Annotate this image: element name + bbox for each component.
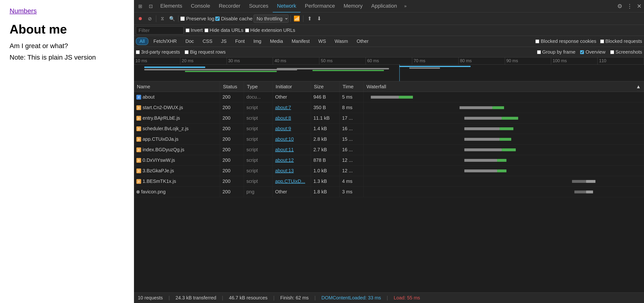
third-party-label[interactable]: 3rd-party requests <box>136 49 180 55</box>
type-btn-font[interactable]: Font <box>232 38 248 45</box>
screenshots-checkbox[interactable] <box>610 50 614 54</box>
clear-button[interactable]: ⊘ <box>146 14 154 23</box>
type-btn-wasm[interactable]: Wasm <box>331 38 352 45</box>
table-row[interactable]: js 1.BESmTK1x.js 200 script app.CTUixD..… <box>134 176 644 187</box>
type-btn-doc[interactable]: Doc <box>182 38 198 45</box>
hide-extension-urls-label[interactable]: Hide extension URLs <box>245 28 295 33</box>
td-initiator: about:13 <box>273 166 311 176</box>
th-status[interactable]: Status <box>220 81 244 92</box>
tab-performance[interactable]: Performance <box>300 0 339 13</box>
th-waterfall[interactable]: Waterfall ▲ <box>364 81 644 92</box>
page-paragraph2: Note: This is plain JS version <box>10 54 124 61</box>
invert-checkbox-label[interactable]: Invert <box>186 28 203 33</box>
table-row[interactable]: js 3.BzGkaPJe.js 200 script about:13 1.0… <box>134 166 644 176</box>
blocked-response-cookies-checkbox[interactable] <box>536 40 539 43</box>
blocked-requests-checkbox[interactable] <box>600 40 604 43</box>
initiator-link[interactable]: about:13 <box>275 168 294 174</box>
initiator-link[interactable]: about:12 <box>275 157 294 163</box>
disable-cache-label[interactable]: Disable cache <box>215 16 252 22</box>
initiator-link[interactable]: about:8 <box>275 115 291 121</box>
table-row[interactable]: js scheduler.BvLojk_z.js 200 script abou… <box>134 124 644 134</box>
type-btn-ws[interactable]: WS <box>315 38 330 45</box>
tick-100ms: 100 ms <box>551 58 598 64</box>
big-request-rows-label[interactable]: Big request rows <box>185 49 226 55</box>
type-btn-other[interactable]: Other <box>353 38 372 45</box>
table-row[interactable]: js entry.BAjrRLbE.js 200 script about:8 … <box>134 113 644 124</box>
initiator-link[interactable]: about:10 <box>275 136 294 142</box>
big-request-rows-checkbox[interactable] <box>185 50 188 54</box>
td-name: js scheduler.BvLojk_z.js <box>134 124 220 134</box>
group-by-frame-label[interactable]: Group by frame <box>537 49 576 55</box>
screenshots-label[interactable]: Screenshots <box>610 49 642 55</box>
td-status: 200 <box>220 134 244 144</box>
table-row[interactable]: d about 200 docu... Other 946 B 5 ms <box>134 92 644 102</box>
initiator-link[interactable]: about:9 <box>275 126 291 131</box>
type-btn-fetchxhr[interactable]: Fetch/XHR <box>150 38 180 45</box>
export-icon[interactable]: ⬆ <box>305 14 314 23</box>
blocked-requests-label[interactable]: Blocked requests <box>600 39 642 44</box>
file-icon-js: js <box>136 137 141 142</box>
group-by-frame-checkbox[interactable] <box>537 50 541 54</box>
disable-cache-checkbox[interactable] <box>215 17 220 21</box>
td-type: docu... <box>244 92 273 102</box>
filter-button[interactable]: ⧖ <box>158 14 167 23</box>
overview-label[interactable]: Overview <box>580 49 605 55</box>
more-options-icon[interactable]: ⋮ <box>625 2 634 11</box>
th-size[interactable]: Size <box>311 81 340 92</box>
import-icon[interactable]: ⬇ <box>315 14 324 23</box>
close-devtools-icon[interactable]: ✕ <box>636 2 643 11</box>
type-btn-all[interactable]: All <box>136 38 148 45</box>
invert-checkbox[interactable] <box>186 29 190 32</box>
record-button[interactable]: ⏺ <box>136 14 144 23</box>
site-link[interactable]: Numbers <box>10 7 37 15</box>
throttle-select[interactable]: No throttling <box>254 15 288 23</box>
type-btn-manifest[interactable]: Manifest <box>288 38 314 45</box>
preserve-log-checkbox[interactable] <box>180 17 185 21</box>
tab-console[interactable]: Console <box>186 0 214 13</box>
initiator-link[interactable]: app.CTUixD... <box>275 179 305 184</box>
td-status: 200 <box>220 145 244 155</box>
tab-sources[interactable]: Sources <box>245 0 273 13</box>
status-requests: 10 requests <box>138 295 163 300</box>
hide-data-urls-checkbox[interactable] <box>204 29 208 32</box>
initiator-link[interactable]: about:7 <box>275 105 291 110</box>
tab-recorder[interactable]: Recorder <box>214 0 244 13</box>
more-tabs-button[interactable]: » <box>401 4 409 9</box>
tab-memory[interactable]: Memory <box>339 0 367 13</box>
type-btn-js[interactable]: JS <box>218 38 230 45</box>
table-row[interactable]: js start.Cn2-DWUX.js 200 script about:7 … <box>134 102 644 113</box>
table-row[interactable]: js index.BGDyuzQg.js 200 script about:11… <box>134 145 644 155</box>
hide-data-urls-label[interactable]: Hide data URLs <box>204 28 243 33</box>
type-btn-css[interactable]: CSS <box>199 38 216 45</box>
requests-table[interactable]: d about 200 docu... Other 946 B 5 ms js … <box>134 92 644 292</box>
third-party-checkbox[interactable] <box>136 50 140 54</box>
table-row[interactable]: favicon.png 200 png Other 1.8 kB 3 ms <box>134 187 644 197</box>
blocked-response-cookies-label[interactable]: Blocked response cookies <box>536 39 596 44</box>
filter-input[interactable] <box>136 26 184 35</box>
tab-network[interactable]: Network <box>273 0 301 13</box>
search-button[interactable]: 🔍 <box>168 14 176 23</box>
wifi-icon[interactable]: 📶 <box>292 14 301 23</box>
overview-timeline[interactable]: 10 ms 20 ms 30 ms 40 ms 50 ms 60 ms 70 m… <box>134 58 644 81</box>
th-name[interactable]: Name <box>134 81 220 92</box>
th-type[interactable]: Type <box>244 81 273 92</box>
overview-checkbox[interactable] <box>580 50 584 54</box>
hide-extension-urls-checkbox[interactable] <box>245 29 249 32</box>
preserve-log-label[interactable]: Preserve log <box>180 16 214 22</box>
td-size: 1.4 kB <box>311 124 340 134</box>
th-initiator[interactable]: Initiator <box>273 81 311 92</box>
type-btn-media[interactable]: Media <box>266 38 286 45</box>
initiator-link[interactable]: about:11 <box>275 147 294 152</box>
table-row[interactable]: js 0.DxVIYswW.js 200 script about:12 878… <box>134 155 644 166</box>
inspect-icon[interactable]: ⊞ <box>135 1 146 12</box>
device-toolbar-icon[interactable]: ⊡ <box>146 1 156 12</box>
settings-icon[interactable]: ⚙ <box>616 2 624 11</box>
td-type: script <box>244 176 273 186</box>
type-btn-img[interactable]: Img <box>250 38 265 45</box>
tab-elements[interactable]: Elements <box>156 0 186 13</box>
td-size: 946 B <box>311 92 340 102</box>
th-time[interactable]: Time <box>340 81 364 92</box>
table-row[interactable]: js app.CTUixDJa.js 200 script about:10 2… <box>134 134 644 145</box>
status-load: Load: 55 ms <box>394 295 420 300</box>
tab-application[interactable]: Application <box>367 0 402 13</box>
